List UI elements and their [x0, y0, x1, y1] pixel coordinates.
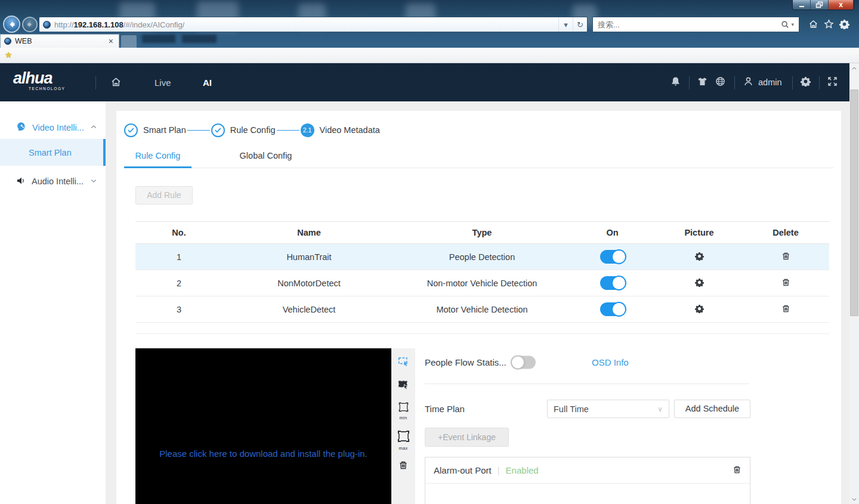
clear-drawing-trash-icon[interactable]: [398, 460, 408, 472]
address-bar[interactable]: http://192.168.1.108/#/index/AIConfig/ ▾…: [39, 17, 588, 32]
draw-area-tool-icon[interactable]: [398, 379, 409, 392]
browser-settings-icon[interactable]: [839, 19, 849, 32]
video-preview[interactable]: Please click here to download and instal…: [135, 348, 391, 504]
add-rule-button[interactable]: Add Rule: [135, 186, 193, 205]
people-flow-row: People Flow Statis... OSD Info: [425, 353, 750, 371]
restore-button[interactable]: [811, 0, 829, 10]
event-linkage-button[interactable]: +Event Linkage: [425, 428, 509, 447]
add-favorite-star-icon[interactable]: ★: [5, 50, 13, 60]
browser-tab[interactable]: WEB ×: [0, 34, 119, 48]
refresh-icon[interactable]: ↻: [573, 17, 587, 32]
search-input[interactable]: [593, 20, 781, 29]
time-plan-select[interactable]: Full Time ∨: [547, 400, 669, 418]
step-label-rule-config[interactable]: Rule Config: [230, 125, 276, 135]
delete-trash-icon[interactable]: [781, 252, 790, 262]
table-row[interactable]: 2 NonMotorDetect Non-motor Vehicle Detec…: [135, 270, 829, 296]
sidebar-item-audio-intelligence[interactable]: Audio Intelli...: [0, 170, 106, 193]
add-schedule-button[interactable]: Add Schedule: [674, 400, 750, 418]
rule-on-toggle[interactable]: [600, 276, 625, 290]
time-plan-label: Time Plan: [425, 404, 465, 414]
table-row[interactable]: 3 VehicleDetect Motor Vehicle Detection: [135, 296, 829, 323]
home-nav-icon[interactable]: [110, 76, 122, 90]
column-header-on: On: [568, 222, 656, 244]
back-button[interactable]: [3, 16, 20, 33]
language-globe-icon[interactable]: [715, 76, 725, 89]
sidebar-item-label: Audio Intelli...: [32, 177, 84, 186]
config-stepper: Smart Plan Rule Config 2.1 Video Metadat…: [124, 117, 380, 143]
nav-live[interactable]: Live: [155, 63, 171, 101]
alarm-out-delete-trash-icon[interactable]: [733, 465, 741, 476]
url-dropdown-icon[interactable]: ▾: [558, 17, 573, 32]
people-flow-toggle[interactable]: [512, 355, 536, 369]
username[interactable]: admin: [758, 78, 782, 87]
search-dropdown-icon[interactable]: ▾: [791, 21, 794, 27]
alarm-out-label: Alarm-out Port: [434, 465, 492, 475]
min-size-tool-icon[interactable]: min: [398, 402, 409, 420]
scrollbar-thumb[interactable]: [850, 89, 858, 316]
tab-favicon-icon: [4, 38, 11, 45]
picture-settings-gear-icon[interactable]: [695, 304, 704, 315]
step-label-smart-plan[interactable]: Smart Plan: [143, 125, 186, 135]
browser-search-box[interactable]: ▾: [592, 17, 799, 32]
alarm-bell-icon[interactable]: [670, 76, 681, 89]
people-flow-label: People Flow Statis...: [425, 357, 506, 367]
tab-rule-config[interactable]: Rule Config: [124, 143, 191, 168]
step-done-check-icon: [211, 123, 225, 137]
header-divider: [734, 76, 735, 89]
logo-subtext: TECHNOLOGY: [29, 86, 66, 91]
column-header-type: Type: [395, 222, 568, 244]
table-row[interactable]: 1 HumanTrait People Detection: [135, 244, 829, 270]
background-window-remnant: [182, 35, 217, 43]
rule-settings-panel: People Flow Statis... OSD Info Time Plan…: [425, 348, 750, 504]
tab-title: WEB: [15, 37, 107, 45]
table-footer-row: [135, 323, 829, 334]
draw-rule-tool-icon[interactable]: [398, 355, 409, 369]
sidebar-item-video-intelligence[interactable]: Video Intelli...: [0, 116, 106, 139]
draw-tools-strip: min max: [391, 348, 415, 504]
rules-table: No. Name Type On Picture Delete 1 HumanT…: [135, 221, 829, 334]
browser-home-icon[interactable]: [808, 19, 818, 32]
column-header-delete: Delete: [742, 222, 829, 244]
rule-type: People Detection: [395, 244, 568, 270]
picture-settings-gear-icon[interactable]: [695, 252, 704, 262]
plugin-download-link[interactable]: Please click here to download and instal…: [135, 449, 391, 459]
osd-info-link[interactable]: OSD Info: [592, 357, 629, 367]
table-header-row: No. Name Type On Picture Delete: [135, 222, 829, 244]
delete-trash-icon[interactable]: [781, 278, 790, 289]
close-button[interactable]: x: [829, 0, 854, 10]
alarm-out-box: Alarm-out Port | Enabled: [425, 457, 750, 504]
tab-close-icon[interactable]: ×: [107, 37, 115, 45]
column-header-name: Name: [223, 222, 395, 244]
rule-name: HumanTrait: [223, 244, 395, 270]
new-tab-stub[interactable]: [121, 35, 137, 48]
scroll-down-arrow-icon[interactable]: [849, 494, 859, 504]
tab-global-config[interactable]: Global Config: [232, 143, 299, 168]
config-tabs: Rule Config Global Config: [124, 143, 833, 168]
page-body: Video Intelli... Smart Plan Audio Intell…: [0, 101, 849, 504]
max-size-tool-icon[interactable]: max: [397, 430, 410, 451]
step-label-video-metadata[interactable]: Video Metadata: [320, 125, 380, 135]
dahua-logo[interactable]: alhua TECHNOLOGY: [13, 69, 66, 91]
scroll-up-arrow-icon[interactable]: [849, 63, 859, 73]
fullscreen-icon[interactable]: [827, 76, 838, 89]
picture-settings-gear-icon[interactable]: [695, 278, 704, 289]
label-separator: |: [498, 465, 500, 475]
page-scrollbar[interactable]: [849, 63, 859, 504]
search-icon[interactable]: ▾: [781, 20, 799, 29]
app-header: alhua TECHNOLOGY Live AI admin: [0, 63, 859, 101]
minimize-button[interactable]: [793, 0, 811, 10]
nav-ai[interactable]: AI: [203, 63, 212, 101]
browser-nav-row: http://192.168.1.108/#/index/AIConfig/ ▾…: [0, 15, 859, 34]
rule-on-toggle[interactable]: [600, 250, 625, 264]
sidebar-item-smart-plan[interactable]: Smart Plan: [0, 139, 106, 166]
logo-text: alhua: [13, 69, 66, 88]
user-icon[interactable]: [743, 76, 753, 89]
audio-speaker-icon: [16, 176, 26, 187]
forward-button[interactable]: [22, 17, 38, 32]
settings-gear-icon[interactable]: [801, 76, 811, 89]
rule-on-toggle[interactable]: [600, 302, 625, 316]
theme-skin-icon[interactable]: [697, 76, 707, 89]
browser-favorites-icon[interactable]: [824, 19, 834, 32]
delete-trash-icon[interactable]: [781, 304, 790, 315]
panel-divider: [425, 384, 749, 384]
